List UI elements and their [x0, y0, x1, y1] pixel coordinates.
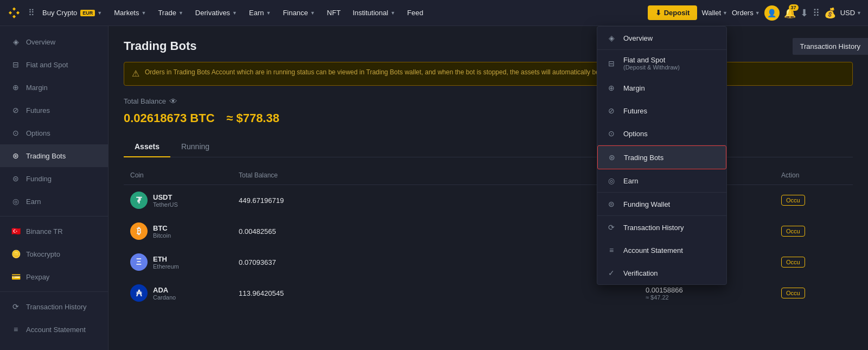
- deposit-button[interactable]: ⬇ Deposit: [648, 5, 698, 20]
- table-row: ₳ ADA Cardano 113.96420545 0.00158866 ≈ …: [124, 278, 853, 309]
- dropdown-label: Fiat and Spot: [623, 56, 680, 64]
- logo[interactable]: [7, 5, 22, 21]
- notifications[interactable]: 🔔 37: [784, 7, 796, 19]
- sidebar-item-futures[interactable]: ⊘ Futures: [0, 99, 108, 122]
- coin-icon: Ξ: [130, 253, 148, 271]
- avatar[interactable]: 👤: [764, 5, 780, 21]
- nav-buy-crypto[interactable]: Buy Crypto EUR ▼: [37, 0, 107, 26]
- nav-trade[interactable]: Trade ▼: [152, 0, 188, 26]
- margin-icon: ⊕: [11, 82, 21, 92]
- dropdown-item-overview[interactable]: ◈ Overview: [597, 27, 726, 49]
- main-content: Trading Bots ⚠ Orders in Trading Bots Ac…: [108, 26, 868, 350]
- sidebar-item-transaction-history[interactable]: ⟳ Transaction History: [0, 295, 108, 318]
- occupy-button[interactable]: Occu: [781, 257, 805, 268]
- occupy-button[interactable]: Occu: [781, 288, 805, 298]
- coin-symbol: ADA: [153, 286, 176, 294]
- nav-finance[interactable]: Finance ▼: [277, 0, 320, 26]
- total-balance-value: 0.00482565: [239, 227, 276, 236]
- verification-icon: ✓: [11, 347, 21, 350]
- dropdown-item-futures[interactable]: ⊘ Futures: [597, 99, 726, 122]
- coin-cell: ₮ USDT TetherUS: [130, 192, 239, 209]
- coin-icon: ₮: [130, 192, 148, 209]
- wallet-link[interactable]: Wallet ▼: [701, 9, 727, 17]
- coin-symbol: BTC: [153, 224, 171, 232]
- total-balance-value: 0.07093637: [239, 258, 276, 266]
- eye-icon[interactable]: 👁: [169, 97, 177, 106]
- tabs: Assets Running: [124, 137, 853, 157]
- warning-icon: ⚠: [132, 68, 139, 80]
- dropdown-icon: ⊙: [606, 128, 617, 139]
- transaction-history-icon: ⟳: [11, 302, 21, 311]
- dropdown-item-options[interactable]: ⊙ Options: [597, 122, 726, 145]
- tab-running[interactable]: Running: [170, 137, 220, 157]
- top-navigation: ⠿ Buy Crypto EUR ▼ Markets ▼ Trade ▼ Der…: [0, 0, 868, 26]
- sidebar-item-fiat-spot[interactable]: ⊟ Fiat and Spot: [0, 53, 108, 76]
- nav-institutional[interactable]: Institutional ▼: [347, 0, 401, 26]
- coin-symbol: USDT: [153, 193, 178, 201]
- sidebar-divider-2: [0, 291, 108, 292]
- action-cell: Occu: [781, 257, 846, 268]
- account-statement-icon: ≡: [11, 324, 21, 334]
- usd-selector[interactable]: USD ▼: [840, 9, 861, 17]
- coin-cell: Ξ ETH Ethereum: [130, 253, 239, 271]
- coin-cell: ₳ ADA Cardano: [130, 284, 239, 302]
- sidebar-item-tokocrypto[interactable]: 🪙 Tokocrypto: [0, 243, 108, 265]
- dropdown-label: Overview: [623, 34, 653, 42]
- nav-derivatives[interactable]: Derivatives ▼: [190, 0, 242, 26]
- nav-earn[interactable]: Earn ▼: [244, 0, 276, 26]
- dropdown-item-account-statement[interactable]: ≡ Account Statement: [597, 239, 726, 262]
- dropdown-item-fiat-and-spot[interactable]: ⊟ Fiat and Spot (Deposit & Withdraw): [597, 50, 726, 77]
- sidebar-item-funding[interactable]: ⊜ Funding: [0, 167, 108, 190]
- sidebar-item-earn[interactable]: ◎ Earn: [0, 190, 108, 213]
- sidebar-item-pexpay[interactable]: 💳 Pexpay: [0, 265, 108, 288]
- sidebar-item-margin[interactable]: ⊕ Margin: [0, 76, 108, 99]
- dropdown-icon: ⊘: [606, 105, 617, 116]
- table-body: ₮ USDT TetherUS 449.67196719 0.01512814 …: [124, 185, 853, 309]
- grid-icon[interactable]: ⠿: [28, 8, 35, 18]
- total-balance-cell: 449.67196719: [239, 196, 646, 205]
- orders-link[interactable]: Orders ▼: [732, 9, 760, 17]
- occupy-button[interactable]: Occu: [781, 226, 805, 237]
- occupy-button[interactable]: Occu: [781, 195, 805, 206]
- dropdown-label: Margin: [623, 84, 645, 92]
- options-icon: ⊙: [11, 128, 21, 138]
- earn-icon: ◎: [11, 196, 21, 206]
- dropdown-label: Earn: [623, 177, 638, 185]
- usdt-icon[interactable]: 💰: [824, 7, 836, 19]
- table-header: Coin Total Balance BTC Value Action: [124, 166, 853, 185]
- sidebar-item-verification[interactable]: ✓ Verification: [0, 341, 108, 350]
- warning-bar: ⚠ Orders in Trading Bots Account which a…: [124, 62, 853, 86]
- sidebar-item-options[interactable]: ⊙ Options: [0, 122, 108, 144]
- dropdown-item-funding-wallet[interactable]: ⊜ Funding Wallet: [597, 193, 726, 215]
- binance-tr-icon: 🇹🇷: [11, 226, 21, 236]
- dropdown-icon: ⊟: [606, 58, 617, 69]
- dropdown-icon: ⊕: [606, 82, 617, 93]
- sidebar-item-overview[interactable]: ◈ Overview: [0, 30, 108, 53]
- grid-apps-icon[interactable]: ⠿: [813, 7, 820, 19]
- nav-nft[interactable]: NFT: [322, 0, 346, 26]
- dropdown-item-margin[interactable]: ⊕ Margin: [597, 77, 726, 99]
- tab-assets[interactable]: Assets: [124, 137, 170, 157]
- dropdown-item-verification[interactable]: ✓ Verification: [597, 262, 726, 284]
- sidebar: ◈ Overview ⊟ Fiat and Spot ⊕ Margin ⊘ Fu…: [0, 26, 108, 350]
- coin-name: Bitcoin: [153, 232, 171, 239]
- nav-markets[interactable]: Markets ▼: [108, 0, 151, 26]
- coin-name: Cardano: [153, 294, 176, 301]
- sidebar-item-account-statement[interactable]: ≡ Account Statement: [0, 318, 108, 341]
- table-row: ₮ USDT TetherUS 449.67196719 0.01512814 …: [124, 185, 853, 216]
- total-balance-value: 113.96420545: [239, 289, 284, 297]
- fiat-spot-icon: ⊟: [11, 60, 21, 69]
- sidebar-item-trading-bots[interactable]: ⊛ Trading Bots: [0, 144, 108, 167]
- btc-value: 0.00158866: [646, 286, 781, 294]
- dropdown-label: Account Statement: [623, 246, 683, 254]
- dropdown-item-trading-bots[interactable]: ⊛ Trading Bots: [597, 145, 726, 169]
- total-balance-cell: 0.00482565: [239, 227, 646, 236]
- download-icon[interactable]: ⬇: [800, 7, 808, 19]
- usd-value: ≈ $47.22: [646, 294, 781, 301]
- futures-icon: ⊘: [11, 105, 21, 115]
- dropdown-item-earn[interactable]: ◎ Earn: [597, 169, 726, 192]
- dropdown-item-transaction-history[interactable]: ⟳ Transaction History: [597, 216, 726, 239]
- sidebar-item-binance-tr[interactable]: 🇹🇷 Binance TR: [0, 220, 108, 243]
- nav-feed[interactable]: Feed: [402, 0, 429, 26]
- coin-icon: ₿: [130, 222, 148, 240]
